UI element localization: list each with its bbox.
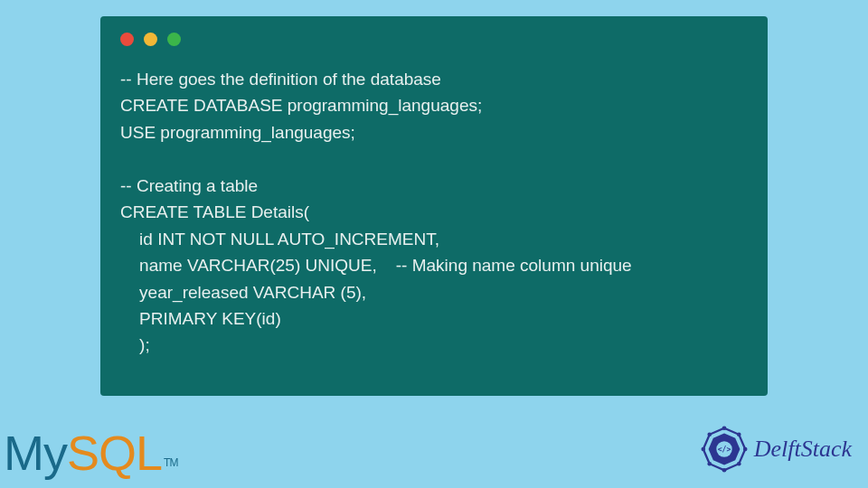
close-icon	[120, 33, 134, 46]
svg-point-10	[701, 447, 705, 452]
code-line: );	[120, 335, 150, 354]
delftstack-text: DelftStack	[754, 436, 852, 463]
code-line: -- Here goes the definition of the datab…	[120, 70, 441, 89]
maximize-icon	[167, 33, 181, 46]
code-block: -- Here goes the definition of the datab…	[120, 66, 748, 359]
svg-point-8	[722, 468, 726, 473]
svg-point-11	[707, 432, 712, 436]
svg-point-7	[737, 462, 741, 466]
mysql-logo-my: My	[4, 426, 67, 480]
code-line: CREATE DATABASE programming_languages;	[120, 96, 482, 115]
svg-point-5	[737, 432, 741, 436]
delftstack-emblem-icon: </>	[698, 423, 750, 475]
window-controls	[120, 33, 748, 46]
mysql-logo-tm: TM	[164, 456, 177, 469]
code-line: USE programming_languages;	[120, 123, 355, 142]
code-line: PRIMARY KEY(id)	[120, 309, 281, 328]
svg-point-4	[722, 426, 726, 430]
delftstack-logo: </> DelftStack	[698, 423, 852, 475]
code-line: -- Creating a table	[120, 176, 258, 195]
svg-point-9	[707, 462, 712, 466]
code-line: CREATE TABLE Details(	[120, 202, 309, 221]
svg-text:</>: </>	[717, 445, 731, 454]
minimize-icon	[144, 33, 157, 46]
code-window: -- Here goes the definition of the datab…	[100, 16, 768, 396]
mysql-logo-sql: SQL	[67, 426, 162, 480]
svg-point-6	[743, 447, 748, 452]
code-line: year_released VARCHAR (5),	[120, 283, 366, 302]
code-line: id INT NOT NULL AUTO_INCREMENT,	[120, 230, 439, 249]
code-line: name VARCHAR(25) UNIQUE, -- Making name …	[120, 256, 632, 275]
mysql-logo: MySQLTM	[4, 425, 177, 481]
